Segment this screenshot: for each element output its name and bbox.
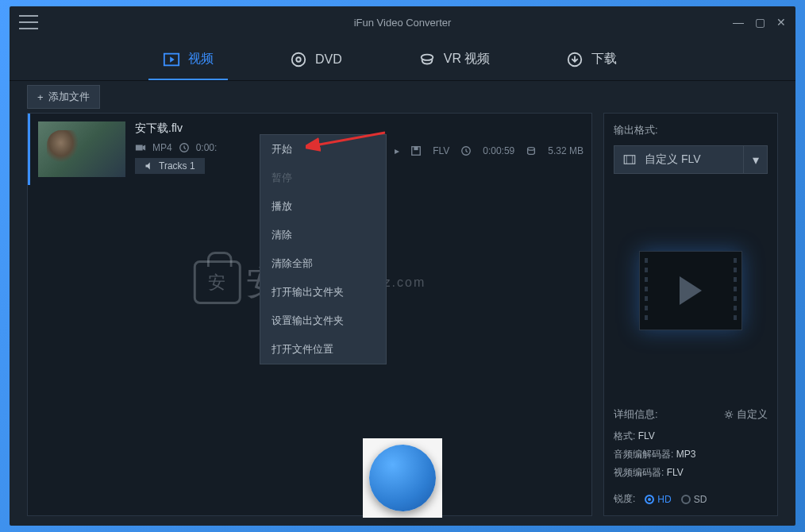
details-label: 详细信息: — [614, 407, 658, 422]
svg-rect-11 — [414, 147, 418, 150]
tab-vr[interactable]: VR 视频 — [404, 38, 505, 80]
svg-point-4 — [421, 54, 433, 60]
sharpness-label: 锐度: — [614, 492, 635, 506]
svg-point-13 — [528, 148, 535, 151]
svg-rect-6 — [136, 145, 143, 151]
minimize-button[interactable]: — — [733, 16, 744, 29]
preview-area — [614, 188, 768, 393]
menu-icon[interactable] — [19, 15, 38, 29]
menu-start[interactable]: 开始 — [260, 135, 386, 164]
save-icon — [410, 145, 422, 156]
add-file-button[interactable]: + 添加文件 — [27, 85, 100, 109]
svg-marker-7 — [143, 145, 146, 151]
detail-video-codec: 视频编码器: FLV — [614, 466, 768, 480]
format-select[interactable]: 自定义 FLV ▾ — [614, 145, 768, 174]
tracks-button[interactable]: Tracks 1 — [135, 158, 205, 174]
app-title: iFun Video Converter — [354, 17, 452, 29]
detail-audio-codec: 音频编解码器: MP3 — [614, 448, 768, 461]
convert-button-container — [363, 438, 442, 518]
svg-point-2 — [292, 52, 306, 66]
menu-open-file-location[interactable]: 打开文件位置 — [260, 335, 386, 364]
download-icon — [566, 51, 584, 68]
svg-rect-16 — [624, 156, 635, 164]
tab-video[interactable]: 视频 — [148, 38, 228, 80]
disk-icon — [526, 145, 537, 156]
file-list: 安下载.flv MP4 0:00: Tracks 1 ▸ FLV — [27, 113, 592, 516]
menu-open-output-folder[interactable]: 打开输出文件夹 — [260, 278, 386, 306]
out-duration: 0:00:59 — [483, 145, 514, 156]
src-duration: 0:00: — [196, 142, 218, 153]
sidebar: 输出格式: 自定义 FLV ▾ 详细信息: 自定义 格式: FLV 音频编解码器… — [603, 113, 778, 516]
audio-icon — [144, 161, 154, 171]
titlebar: iFun Video Converter — ▢ ✕ — [10, 6, 795, 38]
tab-dvd[interactable]: DVD — [275, 38, 356, 80]
svg-point-3 — [296, 57, 301, 62]
detail-header: 详细信息: 自定义 — [614, 407, 768, 422]
main-area: 安下载.flv MP4 0:00: Tracks 1 ▸ FLV — [10, 113, 795, 526]
out-size: 5.32 MB — [548, 145, 584, 156]
watermark-logo-icon — [194, 260, 241, 304]
svg-marker-9 — [146, 163, 150, 170]
src-format: MP4 — [152, 142, 172, 153]
toolbar: + 添加文件 — [10, 81, 795, 113]
radio-on-icon — [645, 495, 654, 504]
window-controls: — ▢ ✕ — [733, 16, 786, 29]
custom-button[interactable]: 自定义 — [724, 407, 768, 422]
main-tabs: 视频 DVD VR 视频 下载 — [10, 38, 795, 81]
plus-icon: + — [37, 91, 44, 103]
play-icon[interactable]: ▸ — [395, 145, 399, 156]
clock-icon — [460, 145, 472, 156]
vr-icon — [418, 51, 436, 68]
tracks-label: Tracks 1 — [159, 160, 195, 172]
radio-off-icon — [681, 495, 691, 504]
maximize-button[interactable]: ▢ — [755, 16, 765, 29]
tab-video-label: 视频 — [188, 51, 214, 67]
gear-icon — [724, 410, 734, 419]
dvd-icon — [290, 51, 307, 68]
svg-point-19 — [727, 413, 731, 417]
film-icon — [622, 152, 637, 167]
preview-thumbnail[interactable] — [639, 251, 742, 330]
sharpness-row: 锐度: HD SD — [614, 492, 768, 506]
menu-set-output-folder[interactable]: 设置输出文件夹 — [260, 306, 386, 335]
tab-download-label: 下载 — [591, 51, 617, 67]
video-thumbnail[interactable] — [38, 121, 125, 177]
menu-pause: 暂停 — [260, 164, 386, 192]
radio-sd[interactable]: SD — [681, 494, 707, 505]
close-button[interactable]: ✕ — [776, 16, 786, 29]
output-info: ▸ FLV 0:00:59 5.32 MB — [395, 145, 584, 156]
add-file-label: 添加文件 — [48, 90, 90, 104]
detail-format: 格式: FLV — [614, 430, 768, 443]
svg-marker-1 — [170, 56, 175, 62]
clock-icon — [179, 142, 190, 153]
play-icon — [680, 276, 702, 305]
output-format-label: 输出格式: — [614, 123, 768, 137]
convert-button[interactable] — [369, 445, 436, 511]
chevron-down-icon: ▾ — [743, 145, 767, 174]
out-format: FLV — [433, 145, 449, 156]
radio-hd[interactable]: HD — [645, 494, 671, 505]
camera-icon — [135, 142, 146, 153]
custom-label: 自定义 — [737, 407, 768, 422]
menu-clear[interactable]: 清除 — [260, 221, 386, 249]
tab-download[interactable]: 下载 — [552, 38, 631, 80]
video-icon — [163, 51, 180, 68]
app-window: iFun Video Converter — ▢ ✕ 视频 DVD VR 视频 … — [10, 6, 795, 526]
format-selected: 自定义 FLV — [645, 152, 735, 167]
menu-play[interactable]: 播放 — [260, 192, 386, 221]
tab-dvd-label: DVD — [315, 52, 342, 67]
tab-vr-label: VR 视频 — [444, 51, 491, 67]
context-menu: 开始 暂停 播放 清除 清除全部 打开输出文件夹 设置输出文件夹 打开文件位置 — [260, 134, 387, 364]
menu-clear-all[interactable]: 清除全部 — [260, 249, 386, 278]
